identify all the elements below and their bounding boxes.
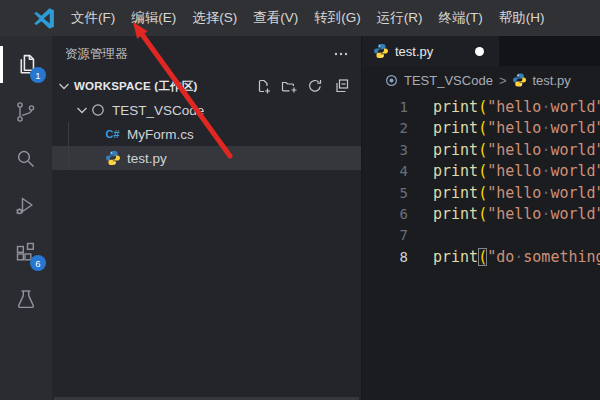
workspace-section-header[interactable]: WORKSPACE (工作区) [52, 74, 361, 98]
explorer-sidebar: 资源管理器 WORKSPACE (工作区) TEST_VSCodeC#MyFor… [52, 36, 362, 400]
code-token: world" [550, 205, 600, 223]
code-text: print("hello·world" [433, 118, 600, 139]
chevron-down-icon [74, 102, 90, 118]
code-text: print("hello·world" [433, 97, 600, 118]
activity-bar: 16 [0, 36, 52, 400]
tab-bar: test.py [363, 36, 600, 66]
refresh-icon[interactable] [307, 78, 323, 94]
file-tree: TEST_VSCodeC#MyForm.cstest.py [52, 98, 361, 170]
code-token: "hello [487, 184, 541, 202]
breadcrumb-separator: > [499, 73, 507, 88]
title-bar: 文件(F)编辑(E)选择(S)查看(V)转到(G)运行(R)终端(T)帮助(H) [0, 0, 600, 36]
code-line[interactable]: 8print("do·something [363, 247, 600, 268]
line-number: 1 [363, 97, 408, 118]
more-actions-icon[interactable] [333, 46, 349, 62]
code-line[interactable]: 6print("hello·world" [363, 204, 600, 225]
code-token: print [433, 184, 478, 202]
search-icon [14, 147, 38, 171]
breadcrumb-label: TEST_VSCode [404, 73, 493, 88]
code-token: world" [550, 119, 600, 137]
line-number: 2 [363, 118, 408, 139]
activity-run-debug[interactable] [0, 182, 52, 229]
line-number: 7 [363, 225, 408, 246]
unsaved-changes-indicator[interactable] [475, 47, 484, 56]
code-text: print("hello·world" [433, 183, 600, 204]
circle-outline-icon [90, 102, 106, 118]
code-text: print("do·something [433, 247, 600, 268]
code-area[interactable]: 1print("hello·world"2print("hello·world"… [363, 94, 600, 400]
code-token: ( [478, 205, 487, 223]
code-token: world" [550, 162, 600, 180]
menu-go[interactable]: 转到(G) [306, 5, 369, 31]
code-text: print("hello·world" [433, 161, 600, 182]
line-number: 4 [363, 161, 408, 182]
activity-source-control[interactable] [0, 88, 52, 135]
code-token: ( [478, 98, 487, 116]
breadcrumb-label: test.py [532, 73, 570, 88]
menu-run[interactable]: 运行(R) [369, 5, 431, 31]
python-icon [373, 43, 389, 59]
code-token: "do [487, 248, 514, 266]
code-token: ( [478, 184, 487, 202]
code-text: print("hello·world" [433, 204, 600, 225]
badge: 6 [30, 255, 46, 271]
code-token: print [433, 162, 478, 180]
vscode-logo-icon [31, 6, 56, 31]
code-line[interactable]: 5print("hello·world" [363, 183, 600, 204]
bracket-match-highlight: ( [478, 248, 487, 266]
chevron-down-icon [56, 78, 72, 94]
python-icon [512, 73, 527, 88]
vscode-window: 文件(F)编辑(E)选择(S)查看(V)转到(G)运行(R)终端(T)帮助(H)… [0, 0, 600, 400]
code-token: print [433, 119, 478, 137]
collapse-all-icon[interactable] [333, 78, 349, 94]
tree-item-test-py[interactable]: test.py [52, 146, 361, 170]
code-token: world" [550, 184, 600, 202]
python-icon [105, 150, 121, 166]
menu-terminal[interactable]: 终端(T) [431, 5, 491, 31]
breadcrumbs: TEST_VSCode>test.py [363, 66, 600, 94]
code-line[interactable]: 3print("hello·world" [363, 140, 600, 161]
line-number: 5 [363, 183, 408, 204]
code-token: · [514, 248, 523, 266]
code-token: world" [550, 141, 600, 159]
code-token: print [433, 205, 478, 223]
menu-file[interactable]: 文件(F) [63, 5, 123, 31]
tree-item-myform-cs[interactable]: C#MyForm.cs [52, 122, 361, 146]
code-line[interactable]: 1print("hello·world" [363, 97, 600, 118]
new-file-icon[interactable] [255, 78, 271, 94]
activity-search[interactable] [0, 135, 52, 182]
code-token: "hello [487, 162, 541, 180]
explorer-title-row: 资源管理器 [65, 44, 349, 64]
editor-group: test.py TEST_VSCode>test.py 1print("hell… [363, 36, 600, 400]
csharp-icon: C# [105, 126, 121, 142]
breadcrumb-item[interactable]: test.py [512, 73, 570, 88]
line-number: 8 [363, 247, 408, 268]
activity-extensions[interactable]: 6 [0, 229, 52, 276]
code-token: "hello [487, 119, 541, 137]
breadcrumb-item[interactable]: TEST_VSCode [384, 73, 493, 88]
beaker-icon [14, 288, 38, 312]
code-line[interactable]: 7 [363, 225, 600, 246]
tree-item-test-vscode[interactable]: TEST_VSCode [52, 98, 361, 122]
tab-test-py[interactable]: test.py [363, 36, 499, 66]
line-number: 6 [363, 204, 408, 225]
menu-help[interactable]: 帮助(H) [491, 5, 553, 31]
activity-testing[interactable] [0, 276, 52, 323]
code-token: something [523, 248, 600, 266]
new-folder-icon[interactable] [281, 78, 297, 94]
line-number: 3 [363, 140, 408, 161]
menu-view[interactable]: 查看(V) [245, 5, 306, 31]
code-line[interactable]: 2print("hello·world" [363, 118, 600, 139]
menu-bar: 文件(F)编辑(E)选择(S)查看(V)转到(G)运行(R)终端(T)帮助(H) [63, 5, 553, 31]
code-token: world" [550, 98, 600, 116]
svg-text:C#: C# [106, 128, 120, 140]
code-token: print [433, 141, 478, 159]
tree-item-label: MyForm.cs [127, 127, 194, 142]
code-token: print [433, 98, 478, 116]
activity-explorer[interactable]: 1 [0, 41, 52, 88]
code-line[interactable]: 4print("hello·world" [363, 161, 600, 182]
menu-edit[interactable]: 编辑(E) [123, 5, 184, 31]
menu-selection[interactable]: 选择(S) [184, 5, 245, 31]
code-text: print("hello·world" [433, 140, 600, 161]
code-token: print [433, 248, 478, 266]
